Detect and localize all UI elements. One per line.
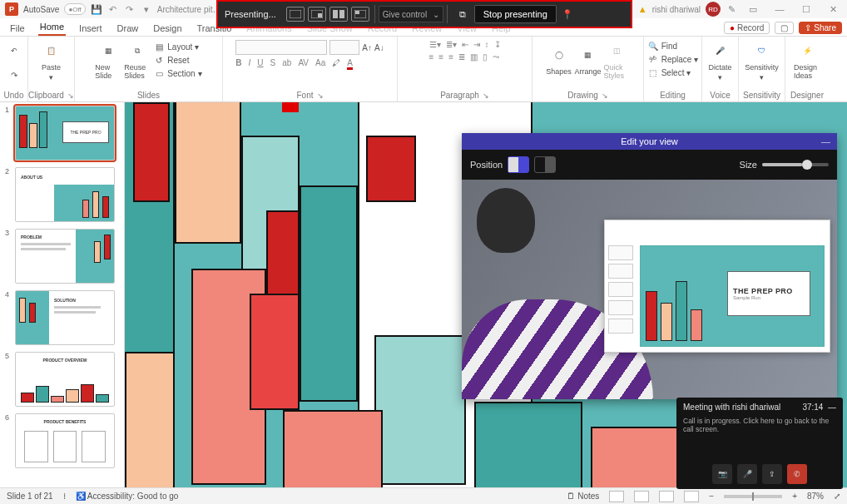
maximize-icon[interactable]: ☐ <box>795 1 817 17</box>
thumbnail-1[interactable]: THE PREP PRO <box>15 106 115 161</box>
undo-button[interactable]: ↶ <box>1 40 27 62</box>
smartart-button[interactable]: ⤳ <box>493 52 499 62</box>
underline-button[interactable]: U <box>257 58 263 67</box>
undo-qat-icon[interactable]: ↶ <box>107 3 119 15</box>
arrange-button[interactable]: ▦Arrange <box>575 44 602 76</box>
fit-to-window-button[interactable]: ⤢ <box>834 492 840 501</box>
numbering-button[interactable]: ≣▾ <box>446 40 457 49</box>
language-status[interactable]: ⁞ <box>63 492 66 501</box>
toast-mic-button[interactable]: 🎤 <box>737 464 757 484</box>
layout-option-1-icon[interactable] <box>286 7 305 22</box>
shapes-button[interactable]: ◯Shapes <box>546 44 572 76</box>
thumbnail-4[interactable]: SOLUTION <box>15 290 115 345</box>
evv-size-slider[interactable] <box>762 163 829 166</box>
minimize-icon[interactable]: — <box>769 1 790 17</box>
zoom-slider[interactable] <box>724 495 782 498</box>
sorter-view-button[interactable] <box>634 491 649 502</box>
reuse-slides-button[interactable]: ⧉Reuse Slides <box>124 40 151 80</box>
tab-home[interactable]: Home <box>38 19 66 36</box>
normal-view-button[interactable] <box>609 491 624 502</box>
thumbnail-3[interactable]: PROBLEM <box>15 229 115 284</box>
toast-hangup-button[interactable]: ✆ <box>787 464 807 484</box>
layout-option-3-icon[interactable] <box>329 7 348 22</box>
bullets-button[interactable]: ☰▾ <box>429 40 441 49</box>
text-direction-button[interactable]: ↧ <box>494 40 501 49</box>
find-button[interactable]: 🔍Find <box>647 40 699 52</box>
paragraph-launcher-icon[interactable]: ↘ <box>483 91 489 100</box>
ribbon-options-icon[interactable]: ▭ <box>742 1 764 17</box>
slide-thumbnails-panel[interactable]: 1 THE PREP PRO 2 ABOUT US 3 PROBLEM <box>0 102 125 487</box>
sensitivity-button[interactable]: 🛡Sensitivity▾ <box>749 40 775 82</box>
tab-file[interactable]: File <box>8 21 27 36</box>
stop-presenting-button[interactable]: Stop presenting <box>474 5 557 23</box>
select-button[interactable]: ⬚Select ▾ <box>647 67 699 78</box>
section-button[interactable]: ▭Section ▾ <box>153 67 201 79</box>
notes-button[interactable]: 🗒 Notes <box>567 492 599 501</box>
position-right-button[interactable] <box>534 156 556 173</box>
replace-button[interactable]: ᵃ⁄ᵇReplace ▾ <box>647 53 699 65</box>
bold-button[interactable]: B <box>235 58 241 67</box>
design-ideas-button[interactable]: ⚡Design Ideas <box>794 40 820 80</box>
pin-icon[interactable]: 📍 <box>562 9 577 20</box>
thumbnail-2[interactable]: ABOUT US <box>15 167 115 222</box>
position-left-button[interactable] <box>508 156 529 173</box>
align-left-button[interactable]: ≡ <box>429 52 434 62</box>
toast-share-button[interactable]: ⇪ <box>762 464 782 484</box>
tab-insert[interactable]: Insert <box>77 21 104 36</box>
align-center-button[interactable]: ≡ <box>438 52 443 62</box>
indent-right-button[interactable]: ⇥ <box>473 40 480 49</box>
drawing-launcher-icon[interactable]: ↘ <box>602 91 608 100</box>
line-spacing-button[interactable]: ↕ <box>485 40 489 49</box>
toast-minimize-icon[interactable]: — <box>828 403 836 412</box>
clipboard-launcher-icon[interactable]: ↘ <box>67 91 74 100</box>
ink-icon[interactable]: ✎ <box>726 3 737 15</box>
font-name-select[interactable] <box>235 40 327 55</box>
layout-button[interactable]: ▤Layout ▾ <box>153 41 201 52</box>
present-button[interactable]: ▢ <box>775 22 794 34</box>
align-text-button[interactable]: ▯ <box>483 52 488 62</box>
signed-in-user[interactable]: rishi dhariwal <box>652 5 701 14</box>
thumbnail-5[interactable]: PRODUCT OVERVIEW <box>15 352 115 407</box>
dictate-button[interactable]: 🎤Dictate▾ <box>707 40 734 82</box>
save-icon[interactable]: 💾 <box>91 3 102 15</box>
share-button[interactable]: ⇪ Share <box>799 22 842 34</box>
close-icon[interactable]: ✕ <box>822 1 844 17</box>
layout-option-2-icon[interactable] <box>308 7 326 22</box>
case-button[interactable]: Aa <box>315 58 325 67</box>
reset-button[interactable]: ↺Reset <box>153 54 201 66</box>
zoom-percent[interactable]: 87% <box>807 492 824 501</box>
evv-titlebar[interactable]: Edit your view — <box>462 133 837 150</box>
paste-button[interactable]: 📋Paste▾ <box>38 40 65 82</box>
autosave-toggle[interactable]: ● Off <box>64 3 85 15</box>
redo-button[interactable]: ↷ <box>11 71 17 80</box>
layout-option-4-icon[interactable] <box>351 7 369 22</box>
popout-icon[interactable]: ⧉ <box>454 7 471 22</box>
avatar[interactable]: RD <box>706 2 721 17</box>
justify-button[interactable]: ≣ <box>458 52 465 62</box>
columns-button[interactable]: ▥ <box>470 52 478 62</box>
qat-overflow-icon[interactable]: ▾ <box>141 3 152 15</box>
strike-button[interactable]: S <box>270 58 276 67</box>
slideshow-view-button[interactable] <box>684 491 699 502</box>
toast-camera-button[interactable]: 📷 <box>712 464 732 484</box>
font-launcher-icon[interactable]: ↘ <box>317 91 324 100</box>
redo-qat-icon[interactable]: ↷ <box>124 3 136 15</box>
highlight-button[interactable]: 🖍 <box>332 58 340 67</box>
shrink-font-icon[interactable]: A↓ <box>374 43 384 52</box>
zoom-out-button[interactable]: − <box>709 492 714 501</box>
font-color-button[interactable]: A <box>347 58 353 67</box>
grow-font-icon[interactable]: A↑ <box>362 43 372 52</box>
thumbnail-6[interactable]: PRODUCT BENEFITS <box>15 413 115 468</box>
font-size-select[interactable] <box>329 40 359 55</box>
spacing-button[interactable]: AV <box>298 58 309 67</box>
accessibility-status[interactable]: ♿ Accessibility: Good to go <box>76 492 179 501</box>
indent-left-button[interactable]: ⇤ <box>462 40 468 49</box>
shadow-button[interactable]: ab <box>282 58 291 67</box>
tab-design[interactable]: Design <box>151 21 183 36</box>
zoom-in-button[interactable]: + <box>792 492 797 501</box>
slide-counter[interactable]: Slide 1 of 21 <box>7 492 53 501</box>
tab-draw[interactable]: Draw <box>116 21 141 36</box>
evv-minimize-icon[interactable]: — <box>821 133 830 150</box>
meeting-toast[interactable]: Meeting with rishi dhariwal 37:14 — Call… <box>676 398 843 489</box>
give-control-dropdown[interactable]: Give control⌄ <box>379 6 443 22</box>
